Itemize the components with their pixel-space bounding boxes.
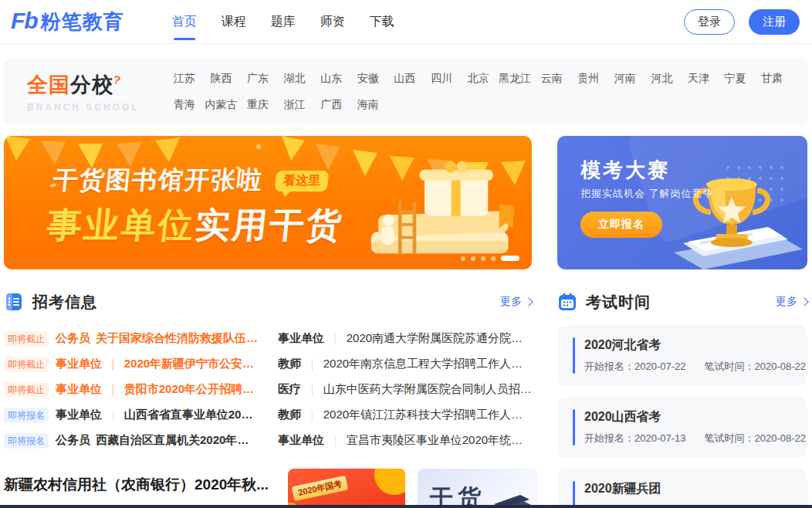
gift-books-illustration xyxy=(358,154,524,269)
recruit-item-title: 2020南通大学附属医院苏通分院公开招... xyxy=(347,331,532,346)
header-actions: 登录 注册 xyxy=(684,9,800,35)
banner-subheadline: 事业单位实用干货 xyxy=(45,202,346,249)
province-link-shaanxi[interactable]: 陕西 xyxy=(203,72,240,86)
carousel-dot-5-active[interactable] xyxy=(501,256,519,261)
branch-title-primary: 全国 xyxy=(27,73,70,97)
exam-more-link[interactable]: 更多 xyxy=(776,295,807,309)
recruit-item-title: 山西省省直事业单位2020年公... xyxy=(124,408,258,422)
exam-written-date: 笔试时间：2020-08-22 xyxy=(705,432,807,445)
nav-home[interactable]: 首页 xyxy=(160,0,209,44)
accent-bar xyxy=(573,409,575,445)
books-stack-icon xyxy=(489,478,534,508)
register-button[interactable]: 注册 xyxy=(749,9,800,35)
mock-exam-subtitle: 把握实战机会 了解岗位竞争 xyxy=(580,187,714,201)
recruit-list: 即将截止 公务员 关于国家综合性消防救援队伍20... 即将截止 事业单位 ｜ … xyxy=(4,326,532,453)
recruit-item[interactable]: 医疗 ｜ 山东中医药大学附属医院合同制人员招聘84... xyxy=(278,377,532,402)
exam-name: 2020河北省考 xyxy=(584,337,792,354)
province-link-shanxi[interactable]: 山西 xyxy=(387,72,424,86)
province-link-sichuan[interactable]: 四川 xyxy=(423,72,460,86)
category-label: 公务员 xyxy=(56,331,90,346)
carousel-dot-1[interactable] xyxy=(461,256,465,261)
province-link-chongqing[interactable]: 重庆 xyxy=(239,98,276,112)
carousel-dot-4[interactable] xyxy=(491,256,496,261)
promo-card-guokao[interactable]: 2020年国考 xyxy=(288,469,405,508)
province-link-zhejiang[interactable]: 浙江 xyxy=(276,98,313,112)
exam-name: 2020山西省考 xyxy=(584,409,792,425)
content-row: 招考信息 更多 即将截止 公务员 关于国家综合性消防救援队伍20... 即将截止 xyxy=(4,290,807,508)
recruit-item[interactable]: 教师 ｜ 2020年南京信息工程大学招聘工作人员86人... xyxy=(278,351,532,377)
recruit-list-left-column: 即将截止 公务员 关于国家综合性消防救援队伍20... 即将截止 事业单位 ｜ … xyxy=(4,326,258,453)
recruit-list-right-column: 事业单位 ｜ 2020南通大学附属医院苏通分院公开招... 教师 ｜ 2020年… xyxy=(278,326,532,453)
province-link-ningxia[interactable]: 宁夏 xyxy=(717,72,754,86)
nav-question-bank[interactable]: 题库 xyxy=(259,0,308,44)
recruit-more-link[interactable]: 更多 xyxy=(500,295,532,309)
province-link-jiangsu[interactable]: 江苏 xyxy=(166,72,203,86)
nav-teachers[interactable]: 师资 xyxy=(308,0,357,44)
recruit-item[interactable]: 即将截止 公务员 关于国家综合性消防救援队伍20... xyxy=(4,326,258,351)
bottom-article-heading[interactable]: 新疆农村信用社（农商银行）2020年秋... xyxy=(4,469,276,495)
province-link-guizhou[interactable]: 贵州 xyxy=(570,72,607,86)
recruit-info-section: 招考信息 更多 即将截止 公务员 关于国家综合性消防救援队伍20... 即将截止 xyxy=(4,290,532,508)
recruit-item[interactable]: 教师 ｜ 2020年镇江江苏科技大学招聘工作人员77人... xyxy=(278,402,532,428)
branch-title-mark: ? xyxy=(112,73,123,87)
recruit-item-title: 山东中医药大学附属医院合同制人员招聘84... xyxy=(323,382,532,397)
province-link-henan[interactable]: 河南 xyxy=(607,72,644,86)
fenbi-logo[interactable]: Fb 粉笔教育 xyxy=(11,8,124,36)
province-link-hubei[interactable]: 湖北 xyxy=(276,72,313,86)
province-link-hainan[interactable]: 海南 xyxy=(350,98,387,112)
province-link-shandong[interactable]: 山东 xyxy=(313,72,350,86)
fenbi-home-page: Fb 粉笔教育 首页 课程 题库 师资 下载 登录 注册 全国分校? BRANC… xyxy=(0,0,812,508)
banner-headline-text: 干货图书馆开张啦 xyxy=(52,164,266,198)
signup-now-button[interactable]: 立即报名 xyxy=(580,212,662,238)
nav-courses[interactable]: 课程 xyxy=(209,0,259,44)
exam-card-xinjiang[interactable]: 2020新疆兵团 开始报名：2020-07-13 笔试时间：2020-08-22 xyxy=(557,469,807,508)
exam-card-hebei[interactable]: 2020河北省考 开始报名：2020-07-22 笔试时间：2020-08-22 xyxy=(557,325,807,386)
province-link-qinghai[interactable]: 青海 xyxy=(166,98,203,112)
province-link-guangdong[interactable]: 广东 xyxy=(239,72,276,86)
recruit-item[interactable]: 即将截止 事业单位 ｜ 2020年新疆伊宁市公安局现面... xyxy=(4,351,258,377)
fenbi-logo-text: 粉笔教育 xyxy=(41,8,124,36)
nav-download[interactable]: 下载 xyxy=(357,0,407,44)
recruit-item[interactable]: 事业单位 ｜ 2020南通大学附属医院苏通分院公开招... xyxy=(278,326,532,351)
province-link-guangxi[interactable]: 广西 xyxy=(313,98,350,112)
province-link-tianjin[interactable]: 天津 xyxy=(680,72,717,86)
province-link-yunnan[interactable]: 云南 xyxy=(533,72,570,86)
category-label: 事业单位 xyxy=(56,408,102,422)
banner-row: 干货图书馆开张啦 看这里 事业单位实用干货 xyxy=(4,136,807,269)
branch-title-secondary: 分校 xyxy=(70,73,113,97)
province-link-gansu[interactable]: 甘肃 xyxy=(753,72,790,86)
accent-bar xyxy=(573,337,575,374)
banner-headline: 干货图书馆开张啦 看这里 xyxy=(52,164,330,198)
province-link-beijing[interactable]: 北京 xyxy=(460,72,497,86)
status-badge-ending: 即将截止 xyxy=(4,331,49,347)
exam-start-date: 开始报名：2020-07-22 xyxy=(584,360,686,374)
exam-card-shanxi[interactable]: 2020山西省考 开始报名：2020-07-13 笔试时间：2020-08-22 xyxy=(557,397,807,458)
exam-written-date: 笔试时间：2020-08-22 xyxy=(705,360,807,374)
page-content: 全国分校? BRANCH SCHOOL 江苏 陕西 广东 湖北 山东 安徽 山西… xyxy=(0,58,812,508)
category-label: 事业单位 xyxy=(278,331,324,346)
recruit-item[interactable]: 即将报名 事业单位 ｜ 山西省省直事业单位2020年公... xyxy=(4,402,258,428)
divider: ｜ xyxy=(330,331,341,346)
recruit-item[interactable]: 即将截止 事业单位 ｜ 贵阳市2020年公开招聘市卫生... xyxy=(4,377,258,402)
top-navbar: Fb 粉笔教育 首页 课程 题库 师资 下载 登录 注册 xyxy=(0,0,812,44)
recruit-item[interactable]: 事业单位 ｜ 宜昌市夷陵区事业单位2020年统一公开... xyxy=(278,428,532,453)
carousel-dot-2[interactable] xyxy=(471,256,475,261)
carousel-dot-3[interactable] xyxy=(481,256,486,261)
province-link-neimenggu[interactable]: 内蒙古 xyxy=(203,98,240,112)
exam-card-info: 2020河北省考 开始报名：2020-07-22 笔试时间：2020-08-22 xyxy=(584,337,792,374)
category-label: 医疗 xyxy=(278,382,301,397)
mock-exam-banner[interactable]: 模考大赛 把握实战机会 了解岗位竞争 立即报名 xyxy=(557,136,807,269)
main-carousel-banner[interactable]: 干货图书馆开张啦 看这里 事业单位实用干货 xyxy=(4,136,532,269)
carousel-indicators xyxy=(461,256,519,261)
province-link-hebei[interactable]: 河北 xyxy=(644,72,681,86)
divider: ｜ xyxy=(330,433,341,448)
branch-school-subtitle: BRANCH SCHOOL xyxy=(27,102,144,113)
accent-bar xyxy=(573,481,575,508)
banner-bubble-label: 看这里 xyxy=(275,171,330,191)
province-link-heilongjiang[interactable]: 黑龙江 xyxy=(496,72,533,86)
recruit-item[interactable]: 即将报名 公务员 西藏自治区直属机关2020年度公... xyxy=(4,428,258,453)
login-button[interactable]: 登录 xyxy=(684,9,735,35)
promo-card-ganhuo[interactable]: 干货 xyxy=(418,469,539,508)
province-link-anhui[interactable]: 安徽 xyxy=(350,72,387,86)
category-label: 事业单位 xyxy=(56,357,102,371)
